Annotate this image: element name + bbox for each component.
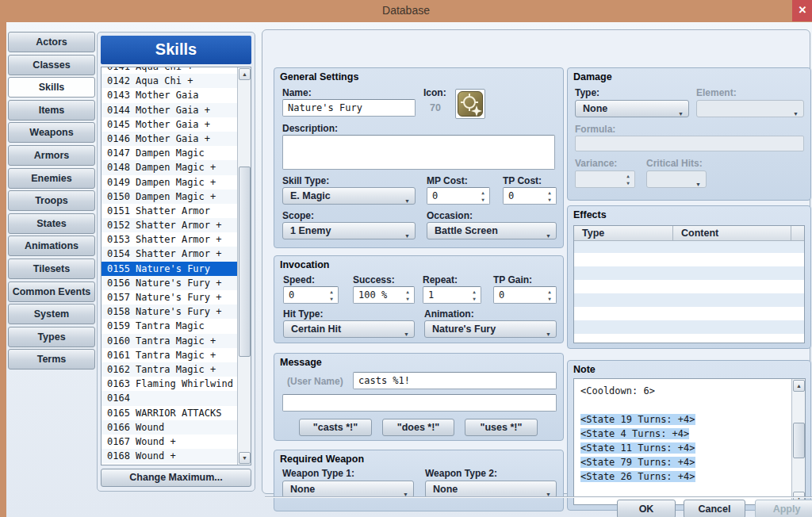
skill-list-scrollbar[interactable]: ▲ ▼ [237,67,251,465]
skill-list-item[interactable]: 0160 Tantra Magic + [102,334,238,348]
spinner-up-icon[interactable]: ▲ [544,288,555,295]
spinner-down-icon[interactable]: ▼ [544,295,555,302]
icon-label: Icon: [423,87,446,98]
spinner-down-icon[interactable]: ▼ [402,295,413,302]
sidebar-item-enemies[interactable]: Enemies [8,168,95,189]
sidebar-item-system[interactable]: System [8,304,95,324]
tp-cost-stepper[interactable]: 0▲▼ [503,187,557,205]
dropdown-arrow-icon: ▼ [546,327,551,338]
skill-listbox[interactable]: 0141 Aqua Chi +0142 Aqua Chi +0143 Mothe… [101,67,251,465]
skill-list-item[interactable]: 0161 Tantra Magic + [102,348,238,362]
skill-list-item[interactable]: 0144 Mother Gaia + [102,103,238,117]
sidebar-item-animations[interactable]: Animations [8,236,95,256]
skill-list-item[interactable]: 0166 Wound [102,420,238,435]
scroll-down-icon[interactable]: ▼ [239,452,251,464]
hit-type-select[interactable]: Certain Hit▼ [283,320,415,338]
name-input[interactable]: Nature's Fury [282,99,416,117]
sidebar-item-common-events[interactable]: Common Events [8,281,95,302]
skill-list-item[interactable]: 0142 Aqua Chi + [102,74,238,88]
uses-preset-button[interactable]: "uses *!" [465,419,538,436]
skill-list-item[interactable]: 0151 Shatter Armor [102,204,238,218]
skill-list-item[interactable]: 0145 Mother Gaia + [102,117,238,132]
effects-table[interactable]: Type Content [573,225,805,343]
icon-picker-button[interactable] [455,89,485,119]
note-scrollbar[interactable]: ▲ ▼ [791,379,805,504]
skill-list-item[interactable]: 0163 Flaming Whirlwind [102,377,238,391]
speed-stepper[interactable]: 0▲▼ [283,286,339,304]
skill-list-item[interactable]: 0147 Dampen Magic [102,146,238,160]
spinner-down-icon[interactable]: ▼ [477,196,488,203]
skill-list-item[interactable]: 0158 Nature's Fury + [102,304,238,319]
skill-list-item[interactable]: 0146 Mother Gaia + [102,132,238,146]
mp-cost-stepper[interactable]: 0▲▼ [427,187,490,205]
damage-type-select[interactable]: None▼ [575,100,689,117]
spinner-up-icon[interactable]: ▲ [469,288,480,295]
title-bar[interactable]: Database ✕ [0,0,812,22]
sidebar-item-types[interactable]: Types [8,327,95,347]
skill-list-item[interactable]: 0154 Shatter Armor + [102,247,238,261]
skill-list-item[interactable]: 0156 Nature's Fury + [102,276,238,290]
skill-list-item[interactable]: 0165 WARRIOR ATTACKS [102,406,238,420]
sidebar-item-classes[interactable]: Classes [8,55,95,75]
sidebar-item-items[interactable]: Items [8,100,95,121]
skill-list-item[interactable]: 0149 Dampen Magic + [102,175,238,190]
sidebar-item-states[interactable]: States [8,213,95,234]
sidebar-item-troops[interactable]: Troops [8,190,95,211]
skill-list-item[interactable]: 0152 Shatter Armor + [102,218,238,232]
spinner-down-icon[interactable]: ▼ [326,295,337,302]
weapon-type1-select[interactable]: None▼ [282,481,414,498]
sidebar-item-armors[interactable]: Armors [8,145,95,166]
spinner-up-icon[interactable]: ▲ [326,288,337,295]
footer-divider [265,496,812,498]
spinner-down-icon[interactable]: ▼ [469,295,480,302]
scrollbar-thumb[interactable] [239,167,251,357]
does-preset-button[interactable]: "does *!" [382,419,454,436]
close-button[interactable]: ✕ [792,0,812,21]
spinner-up-icon[interactable]: ▲ [402,288,413,295]
sidebar-item-weapons[interactable]: Weapons [8,122,95,143]
sidebar-item-actors[interactable]: Actors [8,32,95,52]
spinner-up-icon[interactable]: ▲ [544,189,555,196]
skill-list-item[interactable]: 0153 Shatter Armor + [102,232,238,247]
sidebar-item-skills[interactable]: Skills [8,77,95,98]
cancel-button[interactable]: Cancel [684,500,745,517]
skill-list-item[interactable]: 0159 Tantra Magic [102,319,238,333]
skill-list-item[interactable]: 0167 Wound + [102,435,238,449]
note-line: <State 79 Turns: +4> [580,455,791,469]
casts-preset-button[interactable]: "casts *!" [299,419,372,436]
sidebar-item-tilesets[interactable]: Tilesets [8,258,95,279]
animation-select[interactable]: Nature's Fury▼ [424,320,557,338]
sidebar-item-terms[interactable]: Terms [8,349,95,370]
scope-select[interactable]: 1 Enemy▼ [282,222,416,239]
tp-gain-stepper[interactable]: 0▲▼ [493,286,557,304]
skill-list-item[interactable]: 0143 Mother Gaia [102,88,238,102]
skill-list-item[interactable]: 0155 Nature's Fury [102,262,238,276]
repeat-stepper[interactable]: 1▲▼ [423,286,481,304]
skill-list-item[interactable]: 0162 Tantra Magic + [102,362,238,377]
scrollbar-thumb[interactable] [793,423,805,458]
ok-button[interactable]: OK [617,500,676,517]
skill-list-item[interactable]: 0141 Aqua Chi + [102,67,238,74]
change-maximum-button[interactable]: Change Maximum... [101,469,251,487]
skill-type-select[interactable]: E. Magic▼ [282,187,416,205]
scroll-up-icon[interactable]: ▲ [793,380,805,392]
weapon-type2-select[interactable]: None▼ [425,481,557,498]
scroll-up-icon[interactable]: ▲ [239,68,251,80]
effects-col-type: Type [574,226,673,240]
success-stepper[interactable]: 100 %▲▼ [353,286,415,304]
message-line1-input[interactable]: casts %1! [353,372,557,389]
apply-button[interactable]: Apply [755,500,812,517]
skill-list-item[interactable]: 0164 [102,391,238,405]
skill-list-item[interactable]: 0168 Wound + [102,449,238,463]
message-line2-input[interactable] [282,394,557,412]
note-group: Note <Cooldown: 6> <State 19 Turns: +4><… [567,360,811,511]
skill-list-item[interactable]: 0148 Dampen Magic + [102,160,238,174]
skill-list-item[interactable]: 0150 Dampen Magic + [102,190,238,204]
spinner-up-icon[interactable]: ▲ [477,189,488,196]
skill-list-item[interactable]: 0169 Wound + [102,463,238,465]
occasion-select[interactable]: Battle Screen▼ [427,222,557,239]
note-textarea[interactable]: <Cooldown: 6> <State 19 Turns: +4><State… [574,379,791,484]
skill-list-item[interactable]: 0157 Nature's Fury + [102,290,238,304]
spinner-down-icon[interactable]: ▼ [544,196,555,203]
description-input[interactable]: \c[30]Type:\c[0] \c[17]DeBuff\c[0] - \c[… [282,135,555,170]
